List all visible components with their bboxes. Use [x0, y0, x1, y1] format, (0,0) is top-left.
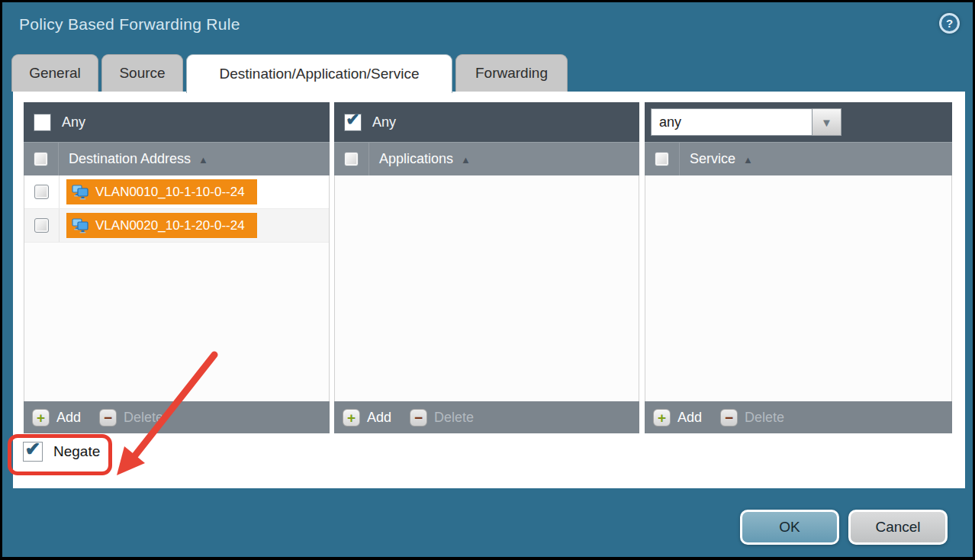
destination-selectall-cell	[24, 143, 59, 175]
tab-forwarding[interactable]: Forwarding	[455, 54, 568, 92]
negate-label: Negate	[53, 443, 100, 460]
service-column-header[interactable]: Service ▲	[690, 151, 753, 167]
chevron-down-icon: ▼	[821, 116, 832, 129]
dialog-title: Policy Based Forwarding Rule	[19, 15, 240, 34]
tab-general[interactable]: General	[11, 54, 98, 92]
destination-selectall-checkbox[interactable]	[34, 152, 48, 166]
destination-any-checkbox[interactable]	[34, 114, 51, 131]
service-selectall-checkbox[interactable]	[655, 152, 669, 166]
service-toolbar: + Add − Delete	[645, 401, 952, 433]
service-type-dropdown[interactable]: any ▼	[651, 108, 841, 136]
tab-label: Destination/Application/Service	[220, 66, 420, 82]
help-glyph: ?	[946, 17, 953, 30]
address-object-chip[interactable]: VLAN0010_10-1-10-0--24	[66, 179, 257, 204]
address-object-label: VLAN0010_10-1-10-0--24	[95, 185, 245, 200]
add-button[interactable]: + Add	[32, 409, 81, 426]
row-checkbox-cell	[24, 209, 60, 242]
tab-content-panel: Any Destination Address ▲	[13, 92, 965, 488]
add-label: Add	[677, 410, 702, 426]
applications-column-header-row: Applications ▲	[334, 142, 639, 175]
checkmark-icon: ✔	[25, 439, 41, 459]
checkmark-icon: ✔	[346, 111, 359, 128]
address-object-chip[interactable]: VLAN0020_10-1-20-0--24	[66, 213, 257, 238]
service-selectall-cell	[645, 143, 680, 175]
add-button[interactable]: + Add	[653, 409, 702, 426]
applications-any-checkbox[interactable]: ✔	[344, 114, 362, 131]
delete-icon: −	[99, 409, 117, 426]
applications-selectall-checkbox[interactable]	[344, 152, 359, 166]
address-object-icon	[72, 218, 88, 233]
tab-label: General	[29, 65, 81, 82]
negate-row: ✔ Negate	[23, 442, 100, 462]
applications-selectall-cell	[334, 143, 369, 175]
negate-checkbox[interactable]: ✔	[23, 442, 43, 462]
applications-any-label: Any	[372, 114, 396, 130]
service-column-header-row: Service ▲	[645, 142, 952, 175]
delete-icon: −	[720, 409, 738, 426]
delete-icon: −	[410, 409, 427, 426]
address-object-icon	[72, 185, 88, 200]
service-column: any ▼ Service ▲ + Add	[645, 102, 952, 433]
column-header-label: Applications	[379, 151, 453, 167]
tab-destination-application-service[interactable]: Destination/Application/Service	[186, 54, 452, 93]
applications-column: ✔ Any Applications ▲ + Add	[334, 102, 639, 433]
add-icon: +	[32, 409, 50, 426]
delete-button[interactable]: − Delete	[410, 409, 474, 426]
delete-button[interactable]: − Delete	[99, 409, 163, 426]
help-icon[interactable]: ?	[939, 13, 960, 34]
add-icon: +	[343, 409, 360, 426]
applications-list	[334, 175, 639, 401]
row-checkbox-cell	[24, 175, 60, 208]
pbf-rule-dialog: Policy Based Forwarding Rule ? General S…	[2, 2, 973, 557]
add-label: Add	[367, 410, 391, 426]
address-object-label: VLAN0020_10-1-20-0--24	[95, 218, 245, 233]
destination-any-bar: Any	[24, 102, 330, 142]
service-type-value[interactable]: any	[651, 108, 812, 136]
delete-label: Delete	[745, 410, 784, 426]
ok-label: OK	[779, 519, 800, 536]
delete-button[interactable]: − Delete	[720, 409, 784, 426]
destination-any-label: Any	[62, 114, 85, 130]
destination-address-column: Any Destination Address ▲	[24, 102, 330, 433]
applications-column-header[interactable]: Applications ▲	[379, 151, 471, 167]
sort-asc-icon: ▲	[461, 154, 471, 166]
row-checkbox[interactable]	[34, 185, 49, 199]
table-row: VLAN0010_10-1-10-0--24	[24, 175, 329, 209]
add-label: Add	[56, 410, 81, 426]
dropdown-button[interactable]: ▼	[812, 108, 841, 136]
sort-asc-icon: ▲	[743, 154, 753, 166]
destination-column-header-row: Destination Address ▲	[24, 142, 330, 175]
ok-button[interactable]: OK	[740, 510, 839, 545]
destination-toolbar: + Add − Delete	[24, 401, 330, 433]
sort-asc-icon: ▲	[198, 154, 208, 166]
column-header-label: Destination Address	[69, 151, 191, 167]
destination-list: VLAN0010_10-1-10-0--24	[24, 175, 330, 401]
add-icon: +	[653, 409, 671, 426]
column-header-label: Service	[690, 151, 735, 167]
add-button[interactable]: + Add	[343, 409, 391, 426]
table-row: VLAN0020_10-1-20-0--24	[24, 209, 329, 243]
service-dropdown-bar: any ▼	[645, 102, 952, 142]
cancel-label: Cancel	[875, 519, 920, 536]
tab-source[interactable]: Source	[101, 54, 183, 92]
delete-label: Delete	[434, 410, 474, 426]
applications-toolbar: + Add − Delete	[334, 401, 639, 433]
cancel-button[interactable]: Cancel	[848, 510, 948, 545]
row-checkbox[interactable]	[34, 218, 49, 233]
destination-column-header[interactable]: Destination Address ▲	[69, 151, 208, 167]
applications-any-bar: ✔ Any	[334, 102, 639, 142]
tab-label: Forwarding	[475, 65, 548, 82]
delete-label: Delete	[124, 410, 163, 426]
tab-label: Source	[119, 65, 165, 82]
service-list	[645, 175, 952, 401]
